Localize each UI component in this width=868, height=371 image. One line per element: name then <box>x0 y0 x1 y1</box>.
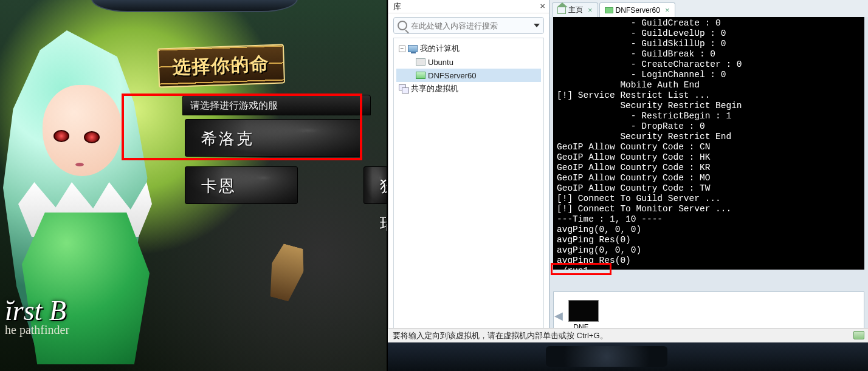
status-bar: 要将输入定向到该虚拟机，请在虚拟机内部单击或按 Ctrl+G。 <box>388 328 868 342</box>
tree-node-my-computer[interactable]: − 我的计算机 <box>396 42 541 55</box>
tab-close-icon[interactable]: × <box>588 5 593 15</box>
thumb-prev-button[interactable]: ◀ <box>554 309 563 322</box>
vm-running-icon <box>605 7 613 13</box>
library-title: 库 <box>393 2 401 11</box>
shared-icon <box>399 84 408 93</box>
tab-close-icon[interactable]: × <box>665 5 670 15</box>
game-top-frame <box>91 0 298 12</box>
game-screen: 选择你的命 请选择进行游戏的服 希洛克 卡恩 狄瑞 ĭrst B he path… <box>0 0 388 371</box>
tab-home[interactable]: 主页 × <box>552 2 598 17</box>
library-header: 库 × <box>388 0 549 13</box>
server-button-kaen[interactable]: 卡恩 <box>185 166 298 204</box>
vm-console-terminal[interactable]: - GuildCreate : 0 - GuildLevelUp : 0 - G… <box>553 17 864 270</box>
collapse-icon[interactable]: − <box>399 46 405 52</box>
cursor-gauntlet-icon <box>263 242 309 304</box>
server-button-dirui[interactable]: 狄瑞 <box>363 166 388 204</box>
tree-label: 我的计算机 <box>420 43 460 54</box>
tab-label: DNFServer60 <box>616 6 660 15</box>
server-button-xiluoke[interactable]: 希洛克 <box>185 119 361 157</box>
tab-dnfserver60[interactable]: DNFServer60 × <box>599 2 675 17</box>
disk-activity-icon <box>853 331 864 339</box>
banner-ribbon: 选择你的命 <box>157 44 285 87</box>
vm-running-icon <box>416 72 425 79</box>
tree-node-dnfserver60[interactable]: DNFServer60 <box>396 69 541 82</box>
tree-node-shared-vms[interactable]: 共享的虚拟机 <box>396 82 541 95</box>
tree-label: 共享的虚拟机 <box>411 83 458 94</box>
library-search-box[interactable] <box>393 17 544 34</box>
guest-taskbar <box>388 342 868 371</box>
vm-icon <box>416 58 425 66</box>
library-panel: 库 × − 我的计算机 Ubuntu DNFServer60 共享的虚拟机 <box>388 0 549 342</box>
vm-thumbnail[interactable]: DNF... <box>563 300 604 332</box>
home-icon <box>557 7 566 14</box>
tab-label: 主页 <box>568 5 583 15</box>
library-close-button[interactable]: × <box>540 1 545 11</box>
tree-label: Ubuntu <box>428 58 453 67</box>
right-panel: 主页 × DNFServer60 × - GuildCreate : 0 - G… <box>549 0 868 342</box>
computer-icon <box>408 45 418 52</box>
tree-node-ubuntu[interactable]: Ubuntu <box>396 55 541 69</box>
server-select-instruction: 请选择进行游戏的服 <box>182 95 371 115</box>
game-title-line1: ĭrst B <box>5 294 69 327</box>
tab-strip: 主页 × DNFServer60 × <box>549 0 868 17</box>
status-message: 要将输入定向到该虚拟机，请在虚拟机内部单击或按 Ctrl+G。 <box>393 331 608 340</box>
tree-label: DNFServer60 <box>428 71 476 80</box>
vm-thumbnail-image <box>568 300 599 322</box>
library-search-input[interactable] <box>411 21 534 30</box>
game-title-line2: he pathfinder <box>5 323 69 337</box>
game-title-block: ĭrst B he pathfinder <box>0 294 75 341</box>
search-dropdown-icon[interactable] <box>534 24 540 27</box>
search-icon <box>398 21 407 30</box>
library-tree: − 我的计算机 Ubuntu DNFServer60 共享的虚拟机 <box>393 38 544 335</box>
